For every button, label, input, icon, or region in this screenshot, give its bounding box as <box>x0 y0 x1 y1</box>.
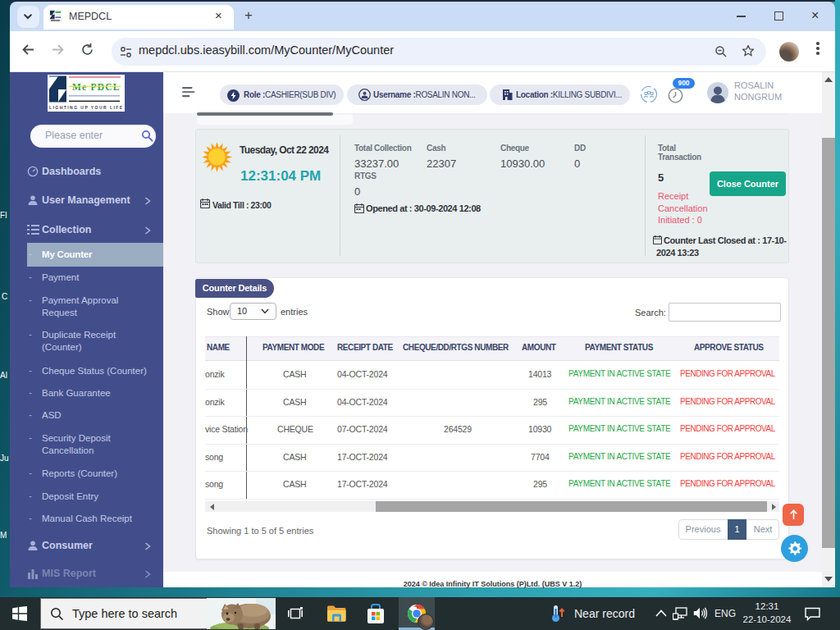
svg-text:Me PDCL: Me PDCL <box>72 82 121 92</box>
svg-text:LIGHTING UP YOUR LIFE: LIGHTING UP YOUR LIFE <box>49 105 124 110</box>
